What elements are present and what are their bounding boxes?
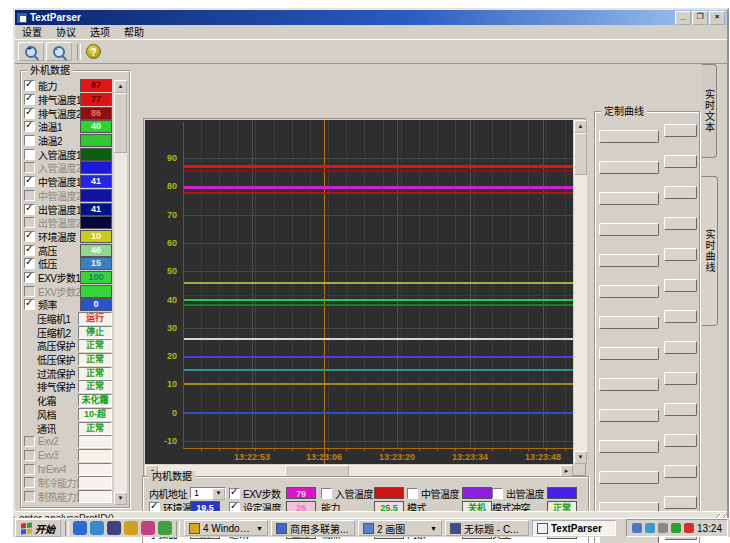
custom-curve-value-slot[interactable] bbox=[664, 155, 697, 168]
custom-curve-value-slot[interactable] bbox=[664, 372, 697, 385]
chart-vertical-scrollbar[interactable]: ▲▼ bbox=[574, 120, 587, 464]
custom-curve-slot[interactable] bbox=[599, 316, 659, 329]
custom-curve-slot[interactable] bbox=[599, 254, 659, 267]
checkbox[interactable] bbox=[24, 162, 35, 173]
custom-curve-value-slot[interactable] bbox=[664, 279, 697, 292]
task-button-2 画图[interactable]: 2 画图▼ bbox=[358, 520, 442, 536]
custom-curve-slot[interactable] bbox=[599, 440, 659, 453]
scroll-down-button[interactable]: ▼ bbox=[574, 451, 587, 464]
checkbox[interactable] bbox=[24, 80, 35, 91]
checkbox[interactable] bbox=[24, 190, 35, 201]
outlook-icon[interactable] bbox=[90, 521, 104, 535]
checkbox[interactable] bbox=[492, 488, 503, 499]
checkbox[interactable] bbox=[407, 488, 418, 499]
zoom-in-button[interactable]: + bbox=[18, 42, 44, 61]
chevron-down-icon[interactable]: ▼ bbox=[212, 488, 225, 500]
scroll-thumb[interactable] bbox=[114, 93, 127, 153]
start-button[interactable]: 开始 bbox=[15, 519, 61, 537]
custom-curve-value-slot[interactable] bbox=[664, 217, 697, 230]
task-button-4 Windows ...[interactable]: 4 Windows ...▼ bbox=[184, 520, 268, 536]
close-button[interactable]: × bbox=[709, 11, 725, 25]
volume-icon[interactable] bbox=[632, 523, 642, 533]
dots-icon[interactable] bbox=[658, 523, 668, 533]
checkbox[interactable] bbox=[24, 149, 35, 160]
task-button-无标题 - C...[interactable]: 无标题 - C... bbox=[445, 520, 529, 536]
checkbox[interactable] bbox=[24, 121, 35, 132]
checkbox[interactable] bbox=[24, 450, 35, 461]
side-tab-实时曲线[interactable]: 实时曲线 bbox=[701, 176, 718, 326]
outdoor-panel-scrollbar[interactable]: ▲▼ bbox=[114, 80, 127, 505]
scroll-up-button[interactable]: ▲ bbox=[574, 120, 587, 133]
y-axis-label: 10 bbox=[145, 379, 177, 389]
ie-icon[interactable] bbox=[73, 521, 87, 535]
task-button-TextParser[interactable]: TextParser bbox=[532, 520, 616, 536]
value-field bbox=[78, 435, 112, 448]
custom-curve-slot[interactable] bbox=[599, 130, 659, 143]
indoor-address-dropdown[interactable]: 1▼ bbox=[190, 487, 226, 499]
custom-curve-slot[interactable] bbox=[599, 223, 659, 236]
indoor-row-label: 出管温度 bbox=[492, 487, 544, 499]
scroll-thumb[interactable] bbox=[574, 133, 587, 175]
custom-curve-value-slot[interactable] bbox=[664, 341, 697, 354]
custom-curve-slot[interactable] bbox=[599, 285, 659, 298]
x-axis-label: 13:22:53 bbox=[234, 452, 270, 462]
custom-curve-slot[interactable] bbox=[599, 409, 659, 422]
side-tab-实时文本[interactable]: 实时文本 bbox=[701, 64, 717, 158]
menu-item-协议[interactable]: 协议 bbox=[49, 26, 83, 39]
messenger-icon[interactable] bbox=[141, 521, 155, 535]
checkbox[interactable] bbox=[24, 231, 35, 242]
checkbox[interactable] bbox=[24, 464, 35, 475]
custom-curve-value-slot[interactable] bbox=[664, 403, 697, 416]
checkbox[interactable] bbox=[24, 135, 35, 146]
checkbox[interactable] bbox=[24, 245, 35, 256]
checkbox[interactable] bbox=[24, 94, 35, 105]
checkbox[interactable] bbox=[24, 436, 35, 447]
outdoor-data-row: hrExv4 bbox=[24, 462, 112, 476]
folder-icon[interactable] bbox=[124, 521, 138, 535]
task-button-商用多联第...[interactable]: 商用多联第... bbox=[271, 520, 355, 536]
custom-curve-value-slot[interactable] bbox=[664, 496, 697, 509]
custom-curve-value-slot[interactable] bbox=[664, 465, 697, 478]
checkbox[interactable] bbox=[24, 108, 35, 119]
menu-item-选项[interactable]: 选项 bbox=[83, 26, 117, 39]
chart-plot-area[interactable]: 9080706050403020100-1013:22:5313:23:0613… bbox=[145, 120, 573, 464]
scroll-down-button[interactable]: ▼ bbox=[114, 492, 127, 505]
zoom-out-button[interactable]: - bbox=[46, 42, 72, 61]
title-bar[interactable]: TextParser _ ❐ × bbox=[15, 10, 727, 25]
antivirus-icon[interactable] bbox=[671, 523, 681, 533]
minimize-button[interactable]: _ bbox=[675, 11, 691, 25]
checkbox[interactable] bbox=[24, 491, 35, 502]
checkbox[interactable] bbox=[24, 258, 35, 269]
checkbox[interactable] bbox=[24, 477, 35, 488]
checkbox[interactable] bbox=[24, 299, 35, 310]
custom-curve-slot[interactable] bbox=[599, 192, 659, 205]
alarm-icon[interactable] bbox=[684, 523, 694, 533]
outdoor-data-row: 油温2 bbox=[24, 134, 112, 148]
media-player-icon[interactable] bbox=[107, 521, 121, 535]
custom-curve-slot[interactable] bbox=[599, 378, 659, 391]
custom-curve-slot[interactable] bbox=[599, 161, 659, 174]
network-icon[interactable] bbox=[645, 523, 655, 533]
custom-curve-value-slot[interactable] bbox=[664, 186, 697, 199]
checkbox[interactable] bbox=[24, 204, 35, 215]
restore-button[interactable]: ❐ bbox=[692, 11, 708, 25]
menu-item-帮助[interactable]: 帮助 bbox=[117, 26, 151, 39]
show-desktop-icon[interactable] bbox=[158, 521, 172, 535]
checkbox[interactable] bbox=[229, 488, 240, 499]
checkbox[interactable] bbox=[24, 286, 35, 297]
checkbox[interactable] bbox=[24, 217, 35, 228]
menu-item-设置[interactable]: 设置 bbox=[15, 26, 49, 39]
custom-curve-value-slot[interactable] bbox=[664, 124, 697, 137]
custom-curve-value-slot[interactable] bbox=[664, 310, 697, 323]
custom-curve-slot[interactable] bbox=[599, 347, 659, 360]
checkbox[interactable] bbox=[321, 488, 332, 499]
custom-curve-slot[interactable] bbox=[599, 471, 659, 484]
y-axis-label: 30 bbox=[145, 323, 177, 333]
checkbox[interactable] bbox=[24, 272, 35, 283]
custom-curve-value-slot[interactable] bbox=[664, 434, 697, 447]
checkbox[interactable] bbox=[24, 176, 35, 187]
indoor-value-badge bbox=[547, 487, 577, 499]
custom-curve-value-slot[interactable] bbox=[664, 248, 697, 261]
help-button[interactable]: ? bbox=[86, 44, 101, 59]
scroll-up-button[interactable]: ▲ bbox=[114, 80, 127, 93]
